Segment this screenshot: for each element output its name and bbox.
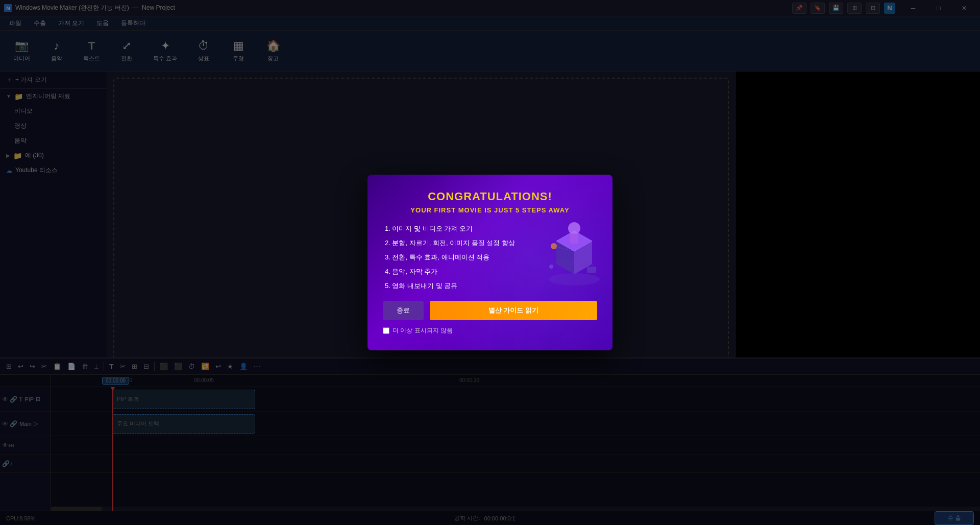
step-2: 2. 분할, 자르기, 회전, 이미지 품질 설정 향상 bbox=[383, 238, 597, 248]
modal-guide-button[interactable]: 별산 가이드 읽기 bbox=[430, 301, 597, 320]
modal-steps: 1. 이미지 및 비디오 가져 오기 2. 분할, 자르기, 회전, 이미지 품… bbox=[383, 224, 597, 291]
congratulations-modal: CONGRATULATIONS! YOUR FIRST MOVIE IS JUS… bbox=[368, 175, 612, 350]
dont-show-checkbox[interactable] bbox=[383, 327, 389, 334]
step-3: 3. 전환, 특수 효과, 애니메이션 적용 bbox=[383, 253, 597, 262]
step-5: 5. 영화 내보내기 및 공유 bbox=[383, 281, 597, 291]
modal-close-button[interactable]: 종료 bbox=[383, 301, 424, 320]
dont-show-label[interactable]: 더 이상 표시되지 않음 bbox=[393, 326, 453, 335]
modal-actions: 종료 별산 가이드 읽기 bbox=[383, 301, 597, 320]
modal-overlay: CONGRATULATIONS! YOUR FIRST MOVIE IS JUS… bbox=[0, 0, 980, 525]
modal-checkbox-row: 더 이상 표시되지 않음 bbox=[383, 326, 597, 335]
step-4: 4. 음악, 자막 추가 bbox=[383, 267, 597, 276]
step-1: 1. 이미지 및 비디오 가져 오기 bbox=[383, 224, 597, 233]
